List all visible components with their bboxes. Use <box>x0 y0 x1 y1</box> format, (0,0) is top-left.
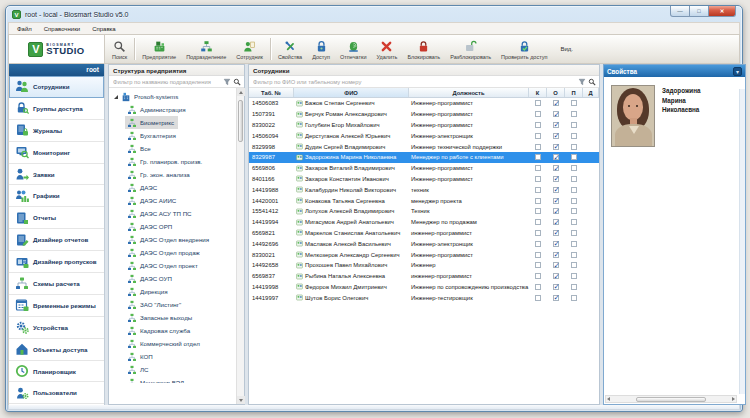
menu-item-help[interactable]: Справка <box>86 26 122 32</box>
checkbox-o[interactable] <box>553 187 559 193</box>
tree-item[interactable]: Менеджер ВЭД <box>125 376 188 383</box>
scroll-up-icon[interactable] <box>237 88 245 96</box>
sidebar-item-requests[interactable]: Заявки <box>9 164 104 186</box>
sidebar-item-pass-designer[interactable]: Дизайнер пропусков <box>9 251 104 273</box>
checkbox-p[interactable] <box>571 133 577 139</box>
expander-icon[interactable] <box>114 95 118 99</box>
tree-item[interactable]: Гр. планиров. произв. <box>125 155 206 168</box>
tree-item[interactable]: ДАЭС ОУП <box>125 272 176 285</box>
checkbox-p[interactable] <box>571 100 577 106</box>
tree-item[interactable]: Бухгалтерия <box>125 129 180 142</box>
checkbox-o[interactable] <box>553 230 559 236</box>
checkbox-o[interactable] <box>553 208 559 214</box>
tree-item[interactable]: ДАЭС АИИС <box>125 194 180 207</box>
toolbar-button-search[interactable]: Поиск <box>107 35 132 63</box>
checkbox-p[interactable] <box>571 252 577 258</box>
checkbox-o[interactable] <box>553 198 559 204</box>
table-row[interactable]: 8330021Мелкозеров Александр СергеевичИнж… <box>249 249 599 260</box>
search-icon[interactable] <box>233 78 241 86</box>
checkbox-p[interactable] <box>571 230 577 236</box>
checkbox-p[interactable] <box>571 187 577 193</box>
sidebar-item-devices[interactable]: Устройства <box>9 317 104 339</box>
tree-item[interactable]: ДАЭС Отдел проект <box>125 259 202 272</box>
sidebar-item-employees[interactable]: Сотрудники <box>9 76 104 98</box>
tree-item[interactable]: ДАЭС АСУ ТП ПС <box>125 207 196 220</box>
tree-item[interactable]: ЗАО "Листинг" <box>125 298 185 311</box>
checkbox-p[interactable] <box>571 219 577 225</box>
checkbox-o[interactable] <box>553 241 559 247</box>
checkbox-p[interactable] <box>571 111 577 117</box>
checkbox-k[interactable] <box>535 154 541 160</box>
tree-filter-input[interactable] <box>109 76 223 87</box>
checkbox-o[interactable] <box>553 273 559 279</box>
search-icon[interactable] <box>588 78 596 86</box>
table-row[interactable]: 1507391Берчук Роман АлександровичИнженер… <box>249 109 599 120</box>
toolbar-button-lock[interactable]: Блокировать <box>402 35 445 63</box>
toolbar-button-check-access[interactable]: Проверить доступ <box>496 35 552 63</box>
column-header-o[interactable]: О <box>547 88 565 97</box>
checkbox-k[interactable] <box>535 241 541 247</box>
column-header-position[interactable]: Должность <box>409 88 529 97</box>
checkbox-p[interactable] <box>571 273 577 279</box>
scroll-down-icon[interactable] <box>237 396 245 404</box>
table-row[interactable]: 14492696Маслаков Алексей ВасильевичИнжен… <box>249 238 599 249</box>
sidebar-item-report-designer[interactable]: Дизайнер отчетов <box>9 229 104 251</box>
sidebar-item-access-objects[interactable]: Объекты доступа <box>9 339 104 361</box>
checkbox-k[interactable] <box>535 284 541 290</box>
tree-item[interactable]: Коммерческий отдел <box>125 337 204 350</box>
checkbox-k[interactable] <box>535 262 541 268</box>
table-row[interactable]: 14506083Бажов Степан СергеевичИнженер-пр… <box>249 98 599 109</box>
minimize-button[interactable]: — <box>670 6 690 17</box>
checkbox-p[interactable] <box>571 241 577 247</box>
scroll-right-icon[interactable] <box>732 397 735 401</box>
tree-root-node[interactable]: Prosoft-systems <box>109 90 244 103</box>
toolbar-button-enterprise[interactable]: Предприятие <box>137 35 181 63</box>
table-row[interactable]: 14419994Мигасумов Андрей АнатольевичМене… <box>249 217 599 228</box>
checkbox-k[interactable] <box>535 144 541 150</box>
checkbox-k[interactable] <box>535 198 541 204</box>
menu-item-references[interactable]: Справочники <box>38 26 86 32</box>
sidebar-item-access-groups[interactable]: Группы доступа <box>9 98 104 120</box>
checkbox-k[interactable] <box>535 230 541 236</box>
checkbox-k[interactable] <box>535 187 541 193</box>
column-header-k[interactable]: К <box>529 88 547 97</box>
checkbox-o[interactable] <box>553 295 559 301</box>
properties-vertical-scrollbar[interactable] <box>739 89 745 394</box>
sidebar-item-scheduler[interactable]: Планировщик <box>9 361 104 383</box>
checkbox-p[interactable] <box>571 176 577 182</box>
clear-filter-icon[interactable] <box>578 78 586 86</box>
checkbox-k[interactable] <box>535 252 541 258</box>
sidebar-item-monitoring[interactable]: Мониторинг <box>9 142 104 164</box>
checkbox-o[interactable] <box>553 154 559 160</box>
table-row[interactable]: 6569837Рыбина Наталья Алексеевнаинженер-… <box>249 271 599 282</box>
tree-item[interactable]: ДАЭС ОРП <box>125 220 176 233</box>
checkbox-o[interactable] <box>553 219 559 225</box>
tree-item[interactable]: Запасные выходы <box>125 311 196 324</box>
sidebar-item-time-modes[interactable]: Временные режимы <box>9 295 104 317</box>
checkbox-o[interactable] <box>553 122 559 128</box>
tree-item[interactable]: ДАЭС Отдел продаж <box>125 246 204 259</box>
column-header-tab[interactable]: Таб. № <box>249 88 294 97</box>
table-row[interactable]: 14419997Шутов Борис ОлеговичИнженер-тест… <box>249 292 599 303</box>
table-row[interactable]: 6569806Захаров Виталий ВладимировичИнжен… <box>249 163 599 174</box>
tree-item[interactable]: Администрация <box>125 103 189 116</box>
tree-item[interactable]: Биометрикс <box>125 116 178 129</box>
checkbox-p[interactable] <box>571 165 577 171</box>
scrollbar-thumb[interactable] <box>636 397 706 402</box>
checkbox-o[interactable] <box>553 176 559 182</box>
checkbox-p[interactable] <box>571 144 577 150</box>
checkbox-p[interactable] <box>571 208 577 214</box>
table-row[interactable]: 14419988Калабурдин Николай Викторовичтех… <box>249 184 599 195</box>
checkbox-p[interactable] <box>571 262 577 268</box>
table-row[interactable]: 15541412Лопухов Алексей ВладимировичТехн… <box>249 206 599 217</box>
checkbox-k[interactable] <box>535 111 541 117</box>
checkbox-o[interactable] <box>553 133 559 139</box>
employees-filter-input[interactable] <box>249 76 578 87</box>
checkbox-p[interactable] <box>571 154 577 160</box>
column-header-fio[interactable]: ФИО <box>294 88 409 97</box>
checkbox-o[interactable] <box>553 284 559 290</box>
toolbar-button-unlock[interactable]: Разблокировать <box>445 35 496 63</box>
properties-horizontal-scrollbar[interactable] <box>605 395 737 403</box>
tree-scrollbar-thumb[interactable] <box>238 100 243 142</box>
table-row[interactable]: 8329987Задорожина Марина НиколаевнаМенед… <box>249 152 599 163</box>
